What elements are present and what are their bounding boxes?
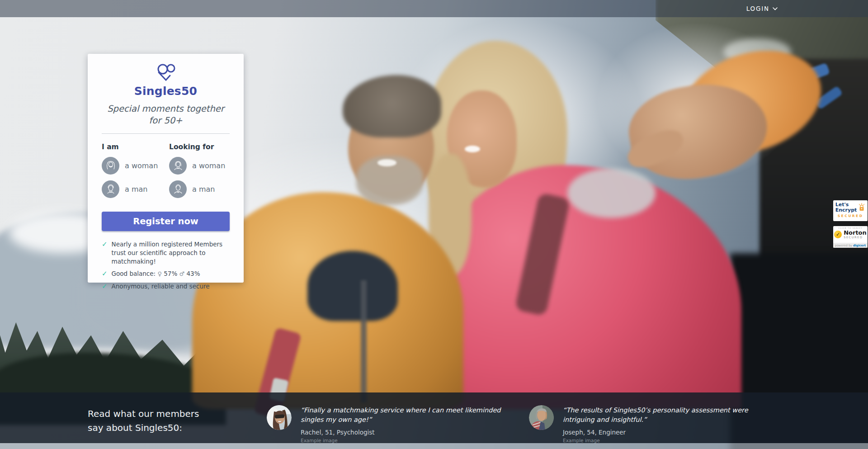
testimonial-avatar-rachel — [267, 405, 292, 430]
testimonial-name: Joseph, 54, Engineer — [563, 429, 780, 436]
looking-for-man-option[interactable]: a man — [169, 180, 230, 198]
male-percentage: 43% — [187, 270, 200, 277]
benefit-item: ✓ Anonymous, reliable and secure — [102, 282, 230, 291]
i-am-header: I am — [102, 143, 169, 151]
looking-for-column: Looking for a woman — [169, 143, 230, 204]
norton-name-block: Norton SECURED — [844, 230, 867, 239]
benefit-text: Nearly a million registered Members trus… — [112, 240, 230, 266]
testimonial-quote: “Finally a matchmaking service where I c… — [301, 406, 517, 425]
benefit-list: ✓ Nearly a million registered Members tr… — [102, 240, 230, 291]
register-now-button[interactable]: Register now — [102, 212, 230, 231]
singles50-heart-infinity-logo — [154, 62, 178, 83]
lets-encrypt-name: Let's Encrypt — [835, 202, 857, 213]
hero-man-zipper — [361, 280, 367, 402]
testimonial-note: Example image — [563, 438, 780, 443]
testimonial-item: “Finally a matchmaking service where I c… — [301, 406, 517, 443]
lets-encrypt-row: Let's Encrypt — [833, 202, 868, 213]
tagline-line1: Special moments together — [102, 103, 230, 115]
benefit-text: Good balance: ♀ 57% ♂ 43% — [112, 269, 200, 278]
check-icon: ✓ — [102, 240, 108, 266]
hero-man-collar — [307, 251, 398, 321]
lets-encrypt-line2: Encrypt — [835, 208, 857, 213]
powered-by-label: powered by — [835, 244, 852, 247]
female-percentage: 57% — [164, 270, 177, 277]
norton-secured-label: SECURED — [844, 236, 867, 239]
check-icon: ✓ — [102, 269, 108, 278]
login-label: LOGIN — [746, 5, 769, 12]
option-label: a woman — [192, 161, 225, 170]
norton-secured-badge[interactable]: CLICK TO VERIFY ✓ Norton SECURED powered… — [833, 226, 868, 248]
male-symbol: ♂ — [179, 270, 185, 277]
registration-card: Singles50 Special moments together for 5… — [88, 54, 244, 283]
woman-avatar-icon — [102, 157, 119, 175]
balance-label: Good balance: — [112, 270, 156, 277]
i-am-woman-option[interactable]: a woman — [102, 157, 169, 175]
login-button[interactable]: LOGIN — [746, 0, 778, 17]
divider — [102, 133, 230, 134]
digicert-label: digicert — [853, 244, 866, 247]
lets-encrypt-badge[interactable]: Let's Encrypt SECURED — [833, 200, 868, 221]
looking-for-header: Looking for — [169, 143, 230, 151]
tagline: Special moments together for 50+ — [102, 103, 230, 127]
testimonials-heading: Read what our members say about Singles5… — [88, 407, 205, 435]
gender-selection: I am a woman — [102, 143, 230, 204]
norton-main-row: ✓ Norton SECURED — [833, 230, 868, 239]
i-am-man-option[interactable]: a man — [102, 180, 169, 198]
option-label: a man — [192, 185, 215, 194]
man-avatar-icon — [169, 180, 187, 198]
benefit-text: Anonymous, reliable and secure — [112, 282, 210, 291]
norton-name: Norton — [844, 230, 867, 236]
benefit-item: ✓ Good balance: ♀ 57% ♂ 43% — [102, 269, 230, 278]
norton-check-icon: ✓ — [834, 231, 842, 238]
looking-for-woman-option[interactable]: a woman — [169, 157, 230, 175]
chevron-down-icon — [773, 7, 778, 10]
check-icon: ✓ — [102, 282, 108, 291]
female-symbol: ♀ — [157, 270, 162, 277]
bottom-strip — [0, 443, 868, 449]
brand-title: Singles50 — [102, 85, 230, 98]
option-label: a man — [125, 185, 147, 194]
testimonial-name: Rachel, 51, Psychologist — [301, 429, 517, 436]
padlock-icon — [858, 203, 865, 212]
i-am-column: I am a woman — [102, 143, 169, 204]
benefit-item: ✓ Nearly a million registered Members tr… — [102, 240, 230, 266]
man-avatar-icon — [102, 180, 119, 198]
testimonial-item: “The results of Singles50’s personality … — [563, 406, 780, 443]
norton-powered-by: powered by digicert — [833, 243, 868, 248]
testimonial-avatar-joseph — [529, 405, 554, 430]
tagline-line2: for 50+ — [102, 115, 230, 127]
hero-woman-smile — [465, 146, 480, 152]
lets-encrypt-secured-label: SECURED — [833, 214, 868, 218]
woman-avatar-icon — [169, 157, 187, 175]
testimonial-note: Example image — [301, 438, 517, 443]
testimonial-quote: “The results of Singles50’s personality … — [563, 406, 780, 425]
hero-man-smile — [377, 159, 396, 166]
option-label: a woman — [125, 161, 158, 170]
top-navigation-bar: LOGIN — [0, 0, 868, 17]
